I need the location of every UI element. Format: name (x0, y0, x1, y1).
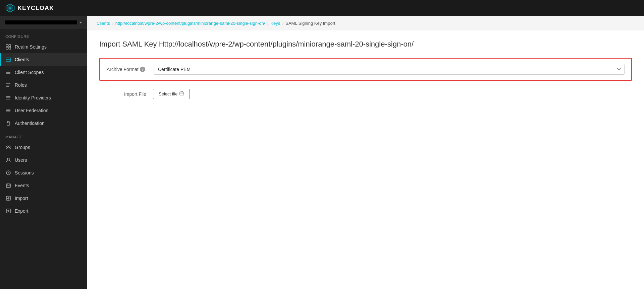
svg-rect-6 (9, 47, 11, 49)
svg-rect-4 (9, 45, 11, 47)
sidebar-item-authentication-label: Authentication (15, 121, 45, 126)
clients-icon (5, 57, 11, 63)
chevron-down-icon: ▾ (80, 20, 82, 25)
sidebar-item-clients-label: Clients (15, 57, 29, 62)
sidebar-item-groups[interactable]: Groups (0, 141, 87, 154)
import-file-label: Import File (106, 91, 146, 97)
archive-format-select[interactable]: Certificate PEM JKS PKCS12 (154, 64, 625, 75)
sidebar-item-export-label: Export (15, 208, 28, 214)
import-icon (5, 195, 11, 201)
sidebar-item-export[interactable]: Export (0, 205, 87, 217)
select-file-button[interactable]: Select file (153, 89, 190, 99)
svg-point-23 (9, 146, 10, 148)
content-main: Import SAML Key Http://localhost/wpre-2/… (87, 30, 644, 289)
breadcrumb-keys[interactable]: Keys (270, 21, 280, 26)
sidebar-item-authentication[interactable]: Authentication (0, 117, 87, 130)
select-file-label: Select file (159, 91, 177, 96)
svg-point-22 (7, 146, 8, 148)
archive-format-help-icon[interactable]: ? (140, 67, 145, 72)
realm-name (5, 20, 77, 24)
import-file-row: Import File Select file (99, 87, 632, 100)
sessions-icon (5, 170, 11, 176)
export-icon (5, 208, 11, 214)
svg-point-26 (8, 172, 9, 173)
svg-rect-35 (180, 92, 184, 95)
sidebar-item-sessions-label: Sessions (15, 170, 34, 175)
svg-rect-5 (6, 47, 8, 49)
sidebar-item-groups-label: Groups (15, 145, 30, 150)
sidebar-item-clients[interactable]: Clients (0, 53, 87, 66)
sidebar-item-import-label: Import (15, 196, 28, 201)
sidebar-item-events[interactable]: Events (0, 179, 87, 192)
sidebar-item-user-federation[interactable]: User Federation (0, 104, 87, 117)
user-federation-icon (5, 107, 11, 114)
page-title: Import SAML Key Http://localhost/wpre-2/… (99, 40, 632, 49)
svg-rect-3 (6, 45, 8, 47)
archive-format-row: Archive Format ? Certificate PEM JKS PKC… (107, 64, 625, 75)
realm-selector[interactable]: ▾ (0, 16, 87, 29)
sidebar-item-events-label: Events (15, 183, 29, 188)
svg-text:K: K (9, 6, 11, 10)
logo-area: K KEYCLOAK (5, 3, 54, 13)
breadcrumb-clients[interactable]: Clients (97, 21, 110, 26)
users-icon (5, 157, 11, 163)
keycloak-logo-icon: K (5, 3, 15, 13)
sidebar-item-user-federation-label: User Federation (15, 108, 48, 113)
sidebar-item-realm-settings[interactable]: Realm Settings (0, 41, 87, 53)
realm-settings-icon (5, 44, 11, 50)
select-file-icon (179, 91, 184, 97)
configure-section-label: Configure (0, 29, 87, 41)
authentication-icon (5, 120, 11, 126)
client-scopes-icon (5, 69, 11, 75)
sidebar-item-realm-settings-label: Realm Settings (15, 44, 47, 50)
manage-section-label: Manage (0, 130, 87, 141)
archive-format-label: Archive Format ? (107, 67, 147, 72)
sidebar-item-client-scopes[interactable]: Client Scopes (0, 66, 87, 79)
breadcrumb-sep-3: › (282, 21, 283, 26)
logo-text: KEYCLOAK (17, 5, 54, 12)
breadcrumb-sep-1: › (112, 21, 113, 26)
sidebar-item-users-label: Users (15, 157, 27, 163)
svg-point-24 (7, 158, 9, 160)
sidebar-item-roles-label: Roles (15, 82, 27, 88)
sidebar-item-identity-providers[interactable]: Identity Providers (0, 91, 87, 104)
content-area: Clients › http://localhost/wpre-2/wp-con… (87, 16, 644, 289)
topbar: K KEYCLOAK (0, 0, 644, 16)
sidebar-item-client-scopes-label: Client Scopes (15, 70, 44, 75)
breadcrumb-sep-2: › (267, 21, 268, 26)
sidebar-item-identity-providers-label: Identity Providers (15, 95, 51, 100)
events-icon (5, 183, 11, 189)
sidebar-item-users[interactable]: Users (0, 154, 87, 166)
groups-icon (5, 144, 11, 150)
breadcrumb-plugin-url[interactable]: http://localhost/wpre-2/wp-content/plugi… (115, 21, 265, 26)
roles-icon (5, 82, 11, 88)
sidebar: ▾ Configure Realm Settings Clie (0, 16, 87, 289)
identity-providers-icon (5, 95, 11, 101)
svg-rect-21 (7, 123, 10, 125)
archive-format-section: Archive Format ? Certificate PEM JKS PKC… (99, 58, 632, 81)
sidebar-item-roles[interactable]: Roles (0, 79, 87, 91)
breadcrumb-current: SAML Signing Key Import (285, 21, 335, 26)
breadcrumb: Clients › http://localhost/wpre-2/wp-con… (87, 16, 644, 30)
svg-rect-7 (6, 58, 11, 61)
sidebar-item-import[interactable]: Import (0, 192, 87, 205)
svg-rect-27 (6, 184, 10, 188)
sidebar-item-sessions[interactable]: Sessions (0, 166, 87, 179)
